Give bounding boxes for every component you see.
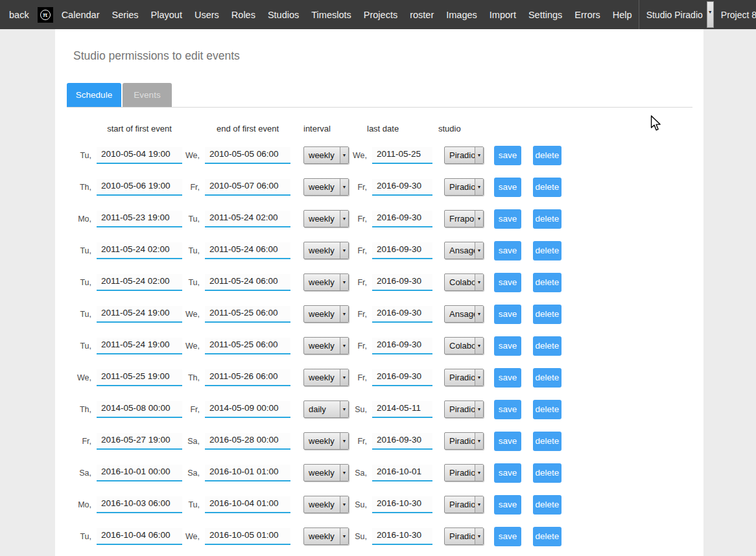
save-button[interactable]: save	[494, 336, 521, 356]
start-of-first-event-input[interactable]	[97, 242, 182, 259]
delete-button[interactable]: delete	[533, 146, 561, 165]
end-of-first-event-input[interactable]	[205, 179, 290, 196]
end-of-first-event-input[interactable]	[205, 401, 290, 418]
interval-select[interactable]: weekly▼	[303, 337, 349, 354]
start-of-first-event-input[interactable]	[97, 496, 182, 513]
end-of-first-event-input[interactable]	[205, 211, 290, 227]
save-button[interactable]: save	[494, 400, 521, 419]
last-date-input[interactable]	[372, 401, 432, 418]
end-of-first-event-input[interactable]	[205, 147, 290, 164]
studio-select[interactable]: Piradio▼	[444, 369, 484, 386]
end-of-first-event-input[interactable]	[205, 338, 290, 354]
end-of-first-event-input[interactable]	[205, 274, 290, 291]
last-date-input[interactable]	[372, 179, 432, 196]
save-button[interactable]: save	[494, 463, 521, 483]
start-of-first-event-input[interactable]	[97, 338, 182, 354]
interval-select[interactable]: weekly▼	[303, 273, 349, 291]
end-of-first-event-input[interactable]	[205, 306, 290, 323]
end-of-first-event-input[interactable]	[205, 528, 290, 545]
last-date-input[interactable]	[372, 528, 432, 545]
studio-select[interactable]: Frrapo▼	[444, 210, 484, 227]
save-button[interactable]: save	[494, 209, 521, 229]
delete-button[interactable]: delete	[533, 178, 561, 197]
last-date-input[interactable]	[372, 369, 432, 386]
save-button[interactable]: save	[494, 432, 521, 451]
end-of-first-event-input[interactable]	[205, 433, 290, 450]
delete-button[interactable]: delete	[533, 495, 561, 515]
nav-item-calendar[interactable]: Calendar	[62, 10, 100, 20]
start-of-first-event-input[interactable]	[97, 147, 182, 164]
start-of-first-event-input[interactable]	[97, 306, 182, 323]
nav-item-help[interactable]: Help	[613, 10, 632, 20]
delete-button[interactable]: delete	[533, 368, 561, 388]
last-date-input[interactable]	[372, 338, 432, 354]
last-date-input[interactable]	[372, 211, 432, 227]
studio-select[interactable]: Piradio▼	[444, 464, 484, 481]
delete-button[interactable]: delete	[533, 527, 561, 546]
save-button[interactable]: save	[494, 368, 521, 388]
nav-item-timeslots[interactable]: Timeslots	[311, 10, 351, 20]
last-date-input[interactable]	[372, 306, 432, 323]
studio-select[interactable]: Piradio▼	[444, 146, 484, 164]
last-date-input[interactable]	[372, 147, 432, 164]
last-date-input[interactable]	[372, 274, 432, 291]
start-of-first-event-input[interactable]	[97, 465, 182, 481]
nav-item-images[interactable]: Images	[446, 10, 477, 20]
start-of-first-event-input[interactable]	[97, 528, 182, 545]
interval-select[interactable]: weekly▼	[303, 210, 349, 227]
delete-button[interactable]: delete	[533, 336, 561, 356]
nav-item-users[interactable]: Users	[195, 10, 219, 20]
nav-item-settings[interactable]: Settings	[528, 10, 562, 20]
save-button[interactable]: save	[494, 305, 521, 324]
tab-schedule[interactable]: Schedule	[67, 83, 121, 107]
save-button[interactable]: save	[494, 146, 521, 165]
studio-select[interactable]: Ansage▼	[444, 305, 484, 323]
end-of-first-event-input[interactable]	[205, 242, 290, 259]
studio-select[interactable]: Piradio▼	[444, 527, 484, 545]
pi-radio-logo-icon[interactable]: π	[38, 7, 53, 23]
end-of-first-event-input[interactable]	[205, 369, 290, 386]
interval-select[interactable]: weekly▼	[303, 242, 349, 259]
back-link[interactable]: back	[9, 10, 29, 20]
delete-button[interactable]: delete	[533, 273, 561, 292]
nav-item-studios[interactable]: Studios	[268, 10, 299, 20]
tab-events[interactable]: Events	[123, 83, 172, 107]
save-button[interactable]: save	[494, 178, 521, 197]
start-of-first-event-input[interactable]	[97, 274, 182, 291]
delete-button[interactable]: delete	[533, 305, 561, 324]
save-button[interactable]: save	[494, 495, 521, 515]
studio-select[interactable]: Piradio▼	[444, 178, 484, 196]
end-of-first-event-input[interactable]	[205, 465, 290, 481]
studio-select[interactable]: Colabo▼	[444, 273, 484, 291]
interval-select[interactable]: weekly▼	[303, 369, 349, 386]
nav-item-roster[interactable]: roster	[410, 10, 434, 20]
delete-button[interactable]: delete	[533, 241, 561, 261]
interval-select[interactable]: weekly▼	[303, 146, 349, 164]
studio-select[interactable]: Colabo▼	[444, 337, 484, 354]
nav-item-roles[interactable]: Roles	[231, 10, 255, 20]
save-button[interactable]: save	[494, 273, 521, 292]
delete-button[interactable]: delete	[533, 463, 561, 483]
nav-item-series[interactable]: Series	[112, 10, 138, 20]
nav-item-projects[interactable]: Projects	[364, 10, 397, 20]
studio-context-select[interactable]: Studio Piradio ▼	[646, 1, 714, 28]
studio-select[interactable]: Piradio▼	[444, 400, 484, 418]
interval-select[interactable]: weekly▼	[303, 305, 349, 323]
interval-select[interactable]: weekly▼	[303, 496, 349, 513]
delete-button[interactable]: delete	[533, 400, 561, 419]
delete-button[interactable]: delete	[533, 209, 561, 229]
chevron-down-icon[interactable]: ▼	[707, 1, 714, 28]
save-button[interactable]: save	[494, 241, 521, 261]
end-of-first-event-input[interactable]	[205, 496, 290, 513]
nav-item-import[interactable]: Import	[490, 10, 516, 20]
start-of-first-event-input[interactable]	[97, 369, 182, 386]
studio-select[interactable]: Piradio▼	[444, 496, 484, 513]
last-date-input[interactable]	[372, 433, 432, 450]
interval-select[interactable]: weekly▼	[303, 178, 349, 196]
start-of-first-event-input[interactable]	[97, 179, 182, 196]
interval-select[interactable]: weekly▼	[303, 432, 349, 450]
start-of-first-event-input[interactable]	[97, 211, 182, 227]
delete-button[interactable]: delete	[533, 432, 561, 451]
interval-select[interactable]: daily▼	[303, 400, 349, 418]
interval-select[interactable]: weekly▼	[303, 464, 349, 481]
